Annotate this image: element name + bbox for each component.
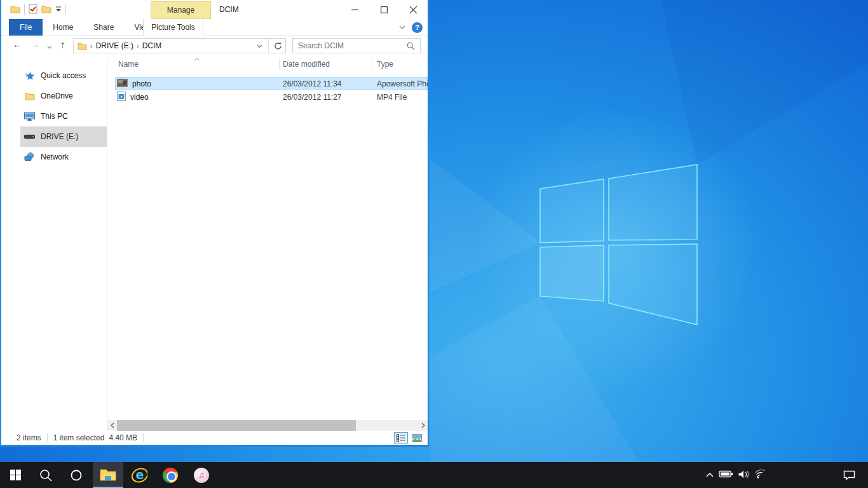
refresh-button[interactable] [271, 42, 285, 50]
taskbar-chrome-button[interactable] [155, 462, 186, 488]
file-explorer-window: Manage DCIM File Home Share View Picture… [0, 0, 429, 447]
onedrive-folder-icon [24, 92, 35, 100]
this-pc-monitor-icon [24, 112, 35, 121]
file-explorer-icon [100, 468, 116, 482]
maximize-button[interactable] [369, 0, 398, 19]
taskbar-search-button[interactable] [31, 462, 61, 488]
divider [24, 4, 25, 15]
network-computers-icon [24, 152, 35, 161]
action-center-button[interactable] [836, 462, 862, 488]
column-headers: Name Date modified Type [107, 57, 428, 72]
tab-share[interactable]: Share [83, 19, 124, 36]
sidebar-item-network[interactable]: Network [20, 147, 107, 167]
sidebar-item-onedrive[interactable]: OneDrive [20, 86, 107, 106]
scroll-right-arrow-icon[interactable] [418, 420, 428, 431]
search-icon[interactable] [407, 42, 415, 50]
sidebar-item-this-pc[interactable]: This PC [20, 106, 107, 126]
file-date-modified: 26/03/2012 11:34 [283, 79, 342, 88]
navigation-pane: Quick access OneDrive This PC DRIVE (E:) [1, 57, 107, 431]
recent-locations-chevron-icon[interactable] [47, 41, 52, 51]
large-icons-view-button[interactable] [410, 432, 424, 444]
drive-icon [24, 134, 35, 139]
window-title: DCIM [219, 5, 239, 14]
search-box[interactable] [292, 38, 421, 53]
volume-icon[interactable] [738, 470, 750, 481]
caption-buttons [340, 0, 428, 19]
tab-home[interactable]: Home [43, 19, 83, 36]
battery-icon[interactable] [719, 470, 733, 480]
cortana-button[interactable] [61, 462, 92, 488]
tab-file[interactable]: File [9, 19, 43, 36]
video-file-icon [117, 92, 126, 103]
system-tray [705, 462, 767, 488]
taskbar-file-explorer-button[interactable] [93, 462, 123, 488]
windows-start-icon [10, 470, 21, 480]
properties-button[interactable] [29, 4, 37, 16]
itunes-icon: ♫ [194, 468, 209, 483]
scroll-left-arrow-icon[interactable] [107, 420, 117, 431]
breadcrumb-chevron: › [87, 42, 96, 50]
cortana-circle-icon [71, 470, 82, 481]
divider [65, 4, 66, 15]
file-row-photo[interactable]: photo 26/03/2012 11:34 Apowersoft Pho [115, 77, 428, 90]
column-divider[interactable] [372, 58, 372, 70]
search-input[interactable] [293, 41, 407, 50]
sidebar-item-quick-access[interactable]: Quick access [20, 65, 107, 86]
sidebar-item-label: Quick access [41, 71, 86, 80]
title-bar[interactable]: Manage DCIM [1, 0, 428, 19]
status-selection-size: 4.40 MB [109, 433, 137, 442]
contextual-tab-group-manage[interactable]: Manage [151, 1, 211, 19]
file-type: Apowersoft Pho [377, 79, 428, 88]
status-bar: 2 items 1 item selected 4.40 MB [1, 431, 428, 445]
hidden-icons-chevron-icon[interactable] [705, 471, 714, 480]
divider [268, 39, 269, 53]
taskbar-itunes-button[interactable]: ♫ [186, 462, 217, 488]
breadcrumb-segment-dcim[interactable]: DCIM [142, 41, 162, 50]
ribbon-tab-row: File Home Share View Picture Tools ? [1, 19, 428, 36]
address-bar[interactable]: › DRIVE (E:) › DCIM [73, 38, 286, 53]
status-selection: 1 item selected [53, 433, 105, 442]
quick-access-star-icon [24, 71, 35, 81]
file-type: MP4 File [377, 93, 428, 102]
back-button[interactable]: ← [13, 39, 22, 50]
sidebar-item-label: This PC [41, 112, 68, 121]
expand-ribbon-chevron-icon[interactable] [399, 23, 405, 32]
photo-thumbnail-icon [117, 79, 128, 89]
taskbar-internet-explorer-button[interactable]: e [124, 462, 154, 488]
details-view-button[interactable] [394, 432, 408, 444]
column-header-name[interactable]: Name [118, 60, 139, 69]
column-header-type[interactable]: Type [377, 60, 393, 69]
customize-qat-dropdown-icon[interactable] [55, 5, 62, 14]
new-folder-button[interactable] [41, 4, 51, 15]
divider [143, 433, 144, 442]
file-list-pane: Name Date modified Type photo 26/03/2012… [107, 57, 428, 431]
forward-button[interactable]: → [30, 39, 39, 50]
internet-explorer-icon: e [131, 467, 147, 484]
close-button[interactable] [398, 0, 428, 19]
window-folder-icon [10, 4, 20, 15]
tab-picture-tools[interactable]: Picture Tools [143, 19, 203, 36]
up-button[interactable]: ↑ [60, 39, 65, 50]
minimize-button[interactable] [340, 0, 369, 19]
file-row-video[interactable]: video 26/03/2012 11:27 MP4 File [115, 90, 428, 104]
wifi-icon[interactable] [755, 469, 767, 481]
column-header-date-modified[interactable]: Date modified [283, 60, 330, 69]
breadcrumb-segment-drive[interactable]: DRIVE (E:) [96, 41, 133, 50]
address-dropdown-chevron-icon[interactable] [253, 41, 266, 50]
address-folder-icon [78, 42, 87, 50]
help-icon[interactable]: ? [412, 22, 423, 33]
taskbar: e ♫ [0, 462, 868, 488]
quick-access-toolbar [10, 0, 66, 19]
file-name: photo [132, 79, 151, 88]
start-button[interactable] [0, 462, 31, 488]
file-name: video [130, 93, 149, 102]
scrollbar-thumb[interactable] [117, 420, 356, 431]
column-divider[interactable] [279, 58, 280, 70]
sort-ascending-caret-icon [194, 54, 200, 63]
divider [47, 433, 48, 442]
sidebar-item-drive-e[interactable]: DRIVE (E:) [20, 126, 107, 147]
action-center-icon [843, 470, 855, 480]
search-icon [39, 469, 52, 482]
svg-text:e: e [136, 468, 144, 482]
horizontal-scrollbar[interactable] [107, 420, 428, 431]
